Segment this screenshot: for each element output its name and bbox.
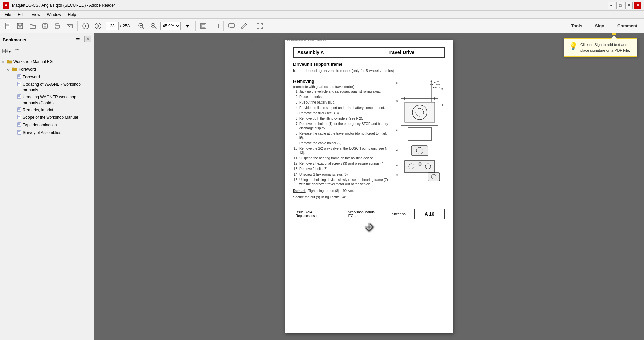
maximize-button[interactable]: □: [616, 2, 624, 9]
svg-rect-7: [44, 24, 46, 25]
root-label[interactable]: Workshop Manual EG: [13, 59, 92, 65]
footer-sheet-label: Sheet no.: [384, 209, 414, 219]
bookmark-root[interactable]: Workshop Manual EG: [0, 58, 94, 66]
toolbar-zoom-out[interactable]: [136, 20, 147, 32]
sign-tooltip-text: Click on Sign to add text and place sign…: [580, 42, 632, 53]
sidebar-expand-btn[interactable]: ☰: [73, 36, 83, 44]
bookmark-tree[interactable]: Workshop Manual EG Foreword Foreword: [0, 57, 94, 340]
comment-button[interactable]: Comment: [612, 22, 642, 30]
toolbar-comment-bubble[interactable]: [226, 20, 237, 32]
toolbar: / 258 45,9% 50% 75% 100% ▾ Tools Sign Co…: [0, 19, 644, 33]
minimize-button[interactable]: −: [608, 2, 615, 9]
svg-point-78: [418, 162, 421, 166]
step-13: Remove 2 bolts (5).: [299, 167, 391, 171]
toolbar-zoom-dropdown[interactable]: ▾: [182, 20, 193, 32]
toolbar-zoom-in[interactable]: [148, 20, 159, 32]
toolbar-open[interactable]: [27, 20, 38, 32]
sidebar-view-btn[interactable]: ▾: [2, 47, 11, 55]
page-separator: /: [120, 23, 121, 28]
svg-line-18: [142, 27, 144, 29]
menubar: File Edit View Window Help: [0, 11, 644, 19]
tools-button[interactable]: Tools: [566, 22, 587, 30]
toolbar-new[interactable]: [2, 20, 13, 32]
edge-close-button[interactable]: ✕: [634, 2, 641, 9]
scroll-cursor: [364, 222, 374, 232]
toolbar-save[interactable]: [39, 20, 51, 32]
toolbar-save-copy[interactable]: [14, 20, 26, 32]
document-area[interactable]: 💡 Click on Sign to add text and place si…: [94, 33, 644, 340]
page-icon-remarks: [17, 107, 21, 114]
menu-view[interactable]: View: [28, 12, 44, 18]
toolbar-markup[interactable]: [238, 20, 250, 32]
sign-button[interactable]: Sign: [590, 22, 609, 30]
survey-label[interactable]: Survey of Assemblies: [23, 130, 92, 136]
footer-workshop: Workshop Manual EG...: [346, 209, 384, 219]
step-8: Release the cable at the travel motor (d…: [299, 131, 391, 140]
svg-rect-40: [18, 95, 21, 99]
sidebar-close-btn[interactable]: ✕: [84, 36, 91, 42]
step-15: Using the hoisting device, slowly raise …: [299, 178, 391, 186]
bookmark-type[interactable]: Type denomination: [0, 122, 94, 129]
page-number-input[interactable]: [106, 22, 119, 30]
toolbar-sep-3: [195, 21, 196, 31]
sidebar-title: Bookmarks: [3, 37, 26, 42]
bookmark-remarks[interactable]: Remarks, imprint: [0, 107, 94, 114]
toolbar-print[interactable]: [52, 20, 63, 32]
bookmark-scope[interactable]: Scope of the workshop Manual: [0, 114, 94, 122]
toolbar-prev-page[interactable]: [80, 20, 91, 32]
toolbar-fit-page[interactable]: [198, 20, 209, 32]
step-12: Remove 2 hexagonal screws (3) and pressu…: [299, 161, 391, 166]
svg-rect-46: [18, 115, 21, 119]
toolbar-next-page[interactable]: [92, 20, 104, 32]
zoom-selector[interactable]: 45,9% 50% 75% 100%: [160, 22, 181, 30]
menu-edit[interactable]: Edit: [14, 12, 28, 18]
footer-issue: Issue: 7/94 Replaces Issue:: [293, 209, 346, 219]
svg-text:1: 1: [396, 163, 398, 166]
step-5: Remove the filler (see B 3).: [299, 111, 391, 115]
titlebar: A MaquetEG-CS / Anglais.qxd (SECURED) - …: [0, 0, 644, 11]
svg-point-14: [83, 23, 89, 29]
main-area: Bookmarks ☰ ✕ ▾: [0, 33, 644, 340]
svg-text:9: 9: [396, 173, 398, 177]
sidebar-add-btn[interactable]: [13, 47, 22, 55]
svg-rect-23: [201, 23, 206, 29]
step-10: Remove the 2/2-way valve at the BOSCH pu…: [299, 146, 391, 155]
toolbar-fullscreen[interactable]: [254, 20, 265, 32]
step-3: Pull out the battery plug.: [299, 100, 391, 105]
updating1-label[interactable]: Updating of WAGNER workshop manuals: [23, 82, 92, 93]
bookmark-foreword-parent[interactable]: Foreword: [0, 66, 94, 74]
updating2-label[interactable]: Updating WAGNER workshop manuals (Contd.…: [23, 94, 92, 106]
bookmark-updating1[interactable]: Updating of WAGNER workshop manuals: [0, 81, 94, 94]
svg-rect-5: [19, 27, 21, 29]
svg-rect-67: [408, 127, 431, 141]
menu-window[interactable]: Window: [44, 12, 65, 18]
svg-rect-43: [18, 108, 21, 112]
step-11: Suspend the bearing frame on the hoistin…: [299, 156, 391, 160]
step-2: Raise the forks.: [299, 95, 391, 99]
svg-text:2: 2: [396, 148, 398, 151]
section-title: Driveunit support frame: [293, 62, 445, 67]
svg-point-15: [95, 23, 101, 29]
foreword-arrow[interactable]: [7, 67, 11, 72]
toolbar-sep-1: [77, 21, 78, 31]
sign-tooltip: 💡 Click on Sign to add text and place si…: [564, 38, 637, 57]
toolbar-email[interactable]: [64, 20, 75, 32]
scope-label[interactable]: Scope of the workshop Manual: [23, 115, 92, 120]
sign-bulb-icon: 💡: [569, 42, 578, 51]
foreword-label[interactable]: Foreword: [23, 74, 92, 80]
header-assembly: Assembly A: [293, 47, 384, 57]
root-arrow[interactable]: [1, 60, 6, 64]
bookmark-foreword[interactable]: Foreword: [0, 74, 94, 81]
bookmark-survey[interactable]: Survey of Assemblies: [0, 129, 94, 137]
menu-file[interactable]: File: [1, 12, 14, 18]
toolbar-fit-width[interactable]: [210, 20, 221, 32]
window-title: MaquetEG-CS / Anglais.qxd (SECURED) - Ad…: [12, 3, 115, 8]
menu-help[interactable]: Help: [65, 12, 80, 18]
close-button[interactable]: ✕: [625, 2, 633, 9]
svg-rect-0: [5, 23, 10, 29]
bookmark-updating2[interactable]: Updating WAGNER workshop manuals (Contd.…: [0, 94, 94, 107]
foreword-parent-label[interactable]: Foreword: [19, 67, 92, 72]
step-7: Remove the holder (1) for the emergency …: [299, 122, 391, 130]
remarks-label[interactable]: Remarks, imprint: [23, 107, 92, 113]
type-label[interactable]: Type denomination: [23, 122, 92, 128]
